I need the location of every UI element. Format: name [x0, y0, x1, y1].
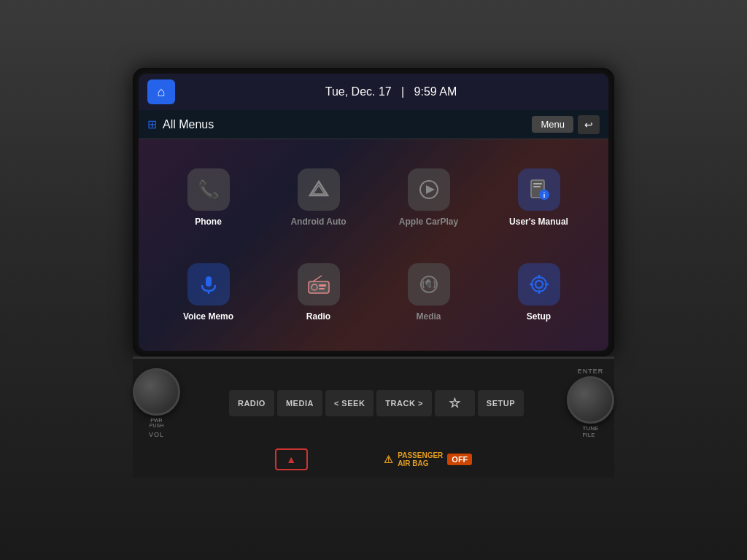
date-time-display: Tue, Dec. 17 | 9:59 AM: [182, 85, 600, 98]
menu-button[interactable]: Menu: [532, 116, 573, 133]
svg-text:i: i: [543, 192, 545, 199]
time-text: 9:59 AM: [414, 85, 457, 98]
menu-item-media[interactable]: Media: [374, 245, 484, 340]
svg-rect-5: [533, 183, 542, 184]
phone-icon: 📞: [198, 179, 220, 200]
enter-label: ENTER: [578, 368, 604, 375]
media-icon: [418, 273, 440, 295]
svg-marker-0: [310, 182, 328, 195]
svg-rect-14: [319, 288, 325, 289]
dashboard: ⌂ Tue, Dec. 17 | 9:59 AM ⊞ All Menus Men…: [0, 0, 747, 560]
phone-label: Phone: [195, 217, 222, 227]
pwr-label: PWRPUSH: [149, 418, 164, 428]
all-menus-bar: ⊞ All Menus Menu ↩: [139, 110, 608, 139]
menu-item-radio[interactable]: Radio: [263, 245, 374, 340]
phone-icon-box: 📞: [187, 168, 230, 211]
svg-line-15: [313, 276, 322, 281]
airbag-label: PASSENGERAIR BAG: [398, 451, 443, 467]
svg-point-18: [535, 281, 543, 288]
vol-labels: PWRPUSH VOL: [149, 418, 164, 438]
users-manual-icon: i: [528, 179, 550, 201]
svg-marker-3: [426, 185, 435, 194]
svg-rect-6: [533, 186, 541, 187]
setup-icon-box: [518, 263, 560, 306]
back-icon: ↩: [584, 119, 593, 131]
screen-header: ⌂ Tue, Dec. 17 | 9:59 AM: [139, 74, 608, 110]
enter-knob[interactable]: [567, 376, 614, 424]
hazard-icon: ▲: [286, 454, 296, 465]
android-auto-label: Android Auto: [290, 217, 346, 227]
menu-item-voice-memo[interactable]: Voice Memo: [153, 245, 263, 340]
menu-item-setup[interactable]: Setup: [484, 245, 594, 340]
android-auto-icon: [309, 179, 329, 200]
hazard-button[interactable]: ▲: [275, 448, 308, 470]
enter-section: ENTER TUNEFILE: [567, 368, 614, 438]
svg-rect-9: [206, 276, 212, 287]
svg-point-17: [427, 282, 431, 287]
media-button[interactable]: MEDIA: [277, 390, 322, 416]
controls-panel: PWRPUSH VOL RADIO MEDIA < SEEK TRACK > ☆…: [133, 357, 614, 444]
menu-grid: 📞 Phone Android Auto: [139, 139, 608, 351]
svg-point-19: [532, 277, 546, 292]
setup-label: Setup: [527, 311, 551, 322]
home-icon: ⌂: [158, 85, 166, 100]
apple-carplay-label: Apple CarPlay: [399, 217, 458, 227]
radio-icon: [307, 274, 330, 295]
airbag-indicator: ⚠ PASSENGERAIR BAG OFF: [384, 451, 472, 467]
voice-memo-label: Voice Memo: [183, 311, 233, 322]
ctrl-buttons: RADIO MEDIA < SEEK TRACK > ☆ SETUP: [186, 390, 567, 416]
back-button[interactable]: ↩: [578, 115, 600, 134]
media-label: Media: [416, 311, 441, 322]
menu-item-phone[interactable]: 📞 Phone: [153, 150, 263, 245]
media-icon-box: [408, 263, 450, 306]
menu-item-users-manual[interactable]: i User's Manual: [484, 150, 594, 245]
voice-memo-icon: [198, 273, 220, 295]
menus-title: All Menus: [163, 118, 532, 131]
airbag-icon: ⚠: [384, 454, 393, 465]
apple-carplay-icon-box: [408, 168, 450, 211]
menu-item-apple-carplay[interactable]: Apple CarPlay: [374, 150, 484, 245]
grid-icon: ⊞: [147, 117, 157, 131]
svg-rect-13: [319, 284, 326, 287]
radio-button[interactable]: RADIO: [229, 390, 274, 416]
android-auto-icon-box: [298, 168, 340, 211]
vol-knob[interactable]: [133, 368, 180, 416]
setup-icon: [527, 273, 551, 296]
radio-label: Radio: [306, 311, 330, 322]
track-fwd-button[interactable]: TRACK >: [376, 390, 431, 416]
favorite-button[interactable]: ☆: [435, 390, 475, 416]
voice-memo-icon-box: [187, 263, 230, 306]
tune-file-label: TUNEFILE: [583, 425, 599, 438]
vol-section: PWRPUSH VOL: [133, 368, 180, 438]
users-manual-label: User's Manual: [509, 217, 568, 227]
apple-carplay-icon: [419, 179, 439, 200]
bottom-panel: ▲ ⚠ PASSENGERAIR BAG OFF: [133, 444, 614, 478]
screen-bezel: ⌂ Tue, Dec. 17 | 9:59 AM ⊞ All Menus Men…: [133, 68, 614, 357]
screen-container: ⌂ Tue, Dec. 17 | 9:59 AM ⊞ All Menus Men…: [133, 68, 614, 478]
date-text: Tue, Dec. 17: [325, 85, 392, 98]
off-badge: OFF: [447, 454, 472, 465]
infotainment-screen: ⌂ Tue, Dec. 17 | 9:59 AM ⊞ All Menus Men…: [139, 74, 608, 351]
setup-button[interactable]: SETUP: [478, 390, 524, 416]
radio-icon-box: [298, 263, 340, 306]
users-manual-icon-box: i: [518, 168, 560, 211]
seek-back-button[interactable]: < SEEK: [325, 390, 374, 416]
vol-label: VOL: [149, 431, 164, 438]
home-button[interactable]: ⌂: [147, 79, 175, 104]
menu-item-android-auto[interactable]: Android Auto: [263, 150, 374, 245]
